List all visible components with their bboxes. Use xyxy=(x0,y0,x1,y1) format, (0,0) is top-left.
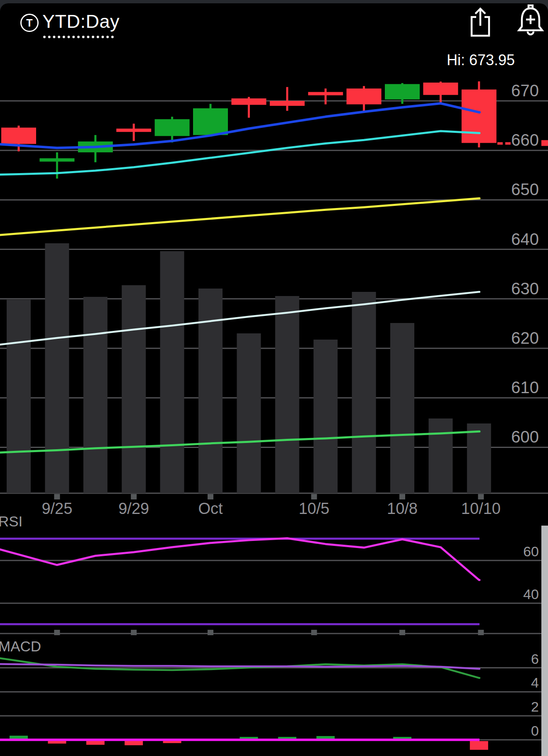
ticker-symbol: T xyxy=(26,17,32,29)
date-tick xyxy=(399,630,405,635)
date-label: 9/25 xyxy=(42,500,72,517)
macd-histogram-bar xyxy=(470,741,488,750)
trading-app-screen: 670660650640630620610600604064209/259/29… xyxy=(0,0,548,756)
volume-bar xyxy=(237,333,261,493)
macd-histogram-bar xyxy=(393,737,411,739)
macd-histogram-bar xyxy=(48,741,66,744)
right-scroll-strip xyxy=(541,526,548,756)
ticker-badge[interactable]: T xyxy=(20,14,39,32)
macd-histogram-bar xyxy=(316,736,335,739)
share-icon[interactable] xyxy=(467,7,493,38)
date-label: 9/29 xyxy=(118,500,149,517)
candle-down xyxy=(116,129,151,132)
date-label: Oct xyxy=(198,500,223,517)
candle-up xyxy=(193,108,228,135)
macd-panel-label: MACD xyxy=(0,638,41,655)
volume-bar xyxy=(428,418,453,493)
high-annotation: Hi: 673.95 xyxy=(423,51,515,69)
macd-axis-label: 2 xyxy=(531,699,539,714)
price-axis-label: 670 xyxy=(511,81,539,100)
date-tick xyxy=(208,494,213,499)
price-axis-label: 600 xyxy=(511,428,539,446)
chart-canvas[interactable]: 670660650640630620610600604064209/259/29… xyxy=(0,0,548,756)
price-axis-label: 630 xyxy=(511,279,539,298)
last-price-dash xyxy=(505,142,511,145)
date-tick xyxy=(131,630,137,635)
macd-histogram-bar xyxy=(10,736,28,739)
date-tick xyxy=(478,630,484,635)
candle-down xyxy=(1,127,36,144)
date-tick xyxy=(208,630,213,635)
bell-plus-icon[interactable] xyxy=(516,4,546,39)
date-label: 10/5 xyxy=(298,500,329,517)
volume-bar xyxy=(275,296,299,493)
macd-histogram-bar xyxy=(125,741,143,745)
macd-histogram-bar xyxy=(240,737,258,739)
date-tick xyxy=(478,494,484,499)
date-tick xyxy=(131,494,137,499)
ma-cyan xyxy=(0,131,480,175)
volume-bar xyxy=(467,423,491,493)
price-axis-label: 650 xyxy=(511,180,539,198)
candle-down xyxy=(308,92,343,95)
macd-histogram-bar xyxy=(163,741,181,743)
candle-up xyxy=(385,84,420,99)
date-label: 10/10 xyxy=(461,500,501,517)
volume-bar xyxy=(122,285,146,493)
volume-bar xyxy=(390,323,414,493)
price-axis-label: 660 xyxy=(511,131,539,149)
macd-axis-label: 6 xyxy=(531,651,539,667)
rsi-axis-label: 40 xyxy=(523,586,539,602)
last-price-tag xyxy=(541,140,548,146)
volume-bar xyxy=(160,251,184,493)
date-tick xyxy=(311,494,317,499)
ma-blue xyxy=(0,103,480,148)
timeframe-selector[interactable]: YTD:Day xyxy=(42,11,120,32)
volume-bar xyxy=(352,292,376,493)
date-tick xyxy=(311,630,317,635)
candle-up xyxy=(39,158,74,161)
macd-axis-label: 4 xyxy=(531,675,539,690)
candle-down xyxy=(423,83,458,95)
rsi-panel-label: RSI xyxy=(0,513,22,530)
volume-bar xyxy=(313,340,338,493)
volume-bar xyxy=(45,243,69,493)
date-tick xyxy=(399,494,405,499)
volume-bar xyxy=(83,297,108,493)
price-axis-label: 620 xyxy=(511,329,539,347)
macd-axis-label: 0 xyxy=(531,723,539,739)
volume-bar xyxy=(7,300,31,493)
date-tick xyxy=(54,494,60,499)
ma-yellow xyxy=(0,198,480,235)
candle-down xyxy=(347,88,382,104)
price-axis-label: 640 xyxy=(511,230,539,248)
date-tick xyxy=(54,630,60,635)
candle-down xyxy=(270,101,305,106)
date-label: 10/8 xyxy=(387,500,418,517)
rsi-axis-label: 60 xyxy=(523,543,539,559)
candle-down xyxy=(231,98,266,105)
macd-histogram-bar xyxy=(278,737,296,739)
timeframe-underline xyxy=(43,36,114,38)
macd-histogram-bar xyxy=(86,741,105,745)
last-price-dash xyxy=(497,142,503,145)
price-axis-label: 610 xyxy=(511,378,539,396)
candle-up xyxy=(155,119,190,136)
candle-down xyxy=(462,90,497,143)
rsi-line xyxy=(0,538,480,580)
